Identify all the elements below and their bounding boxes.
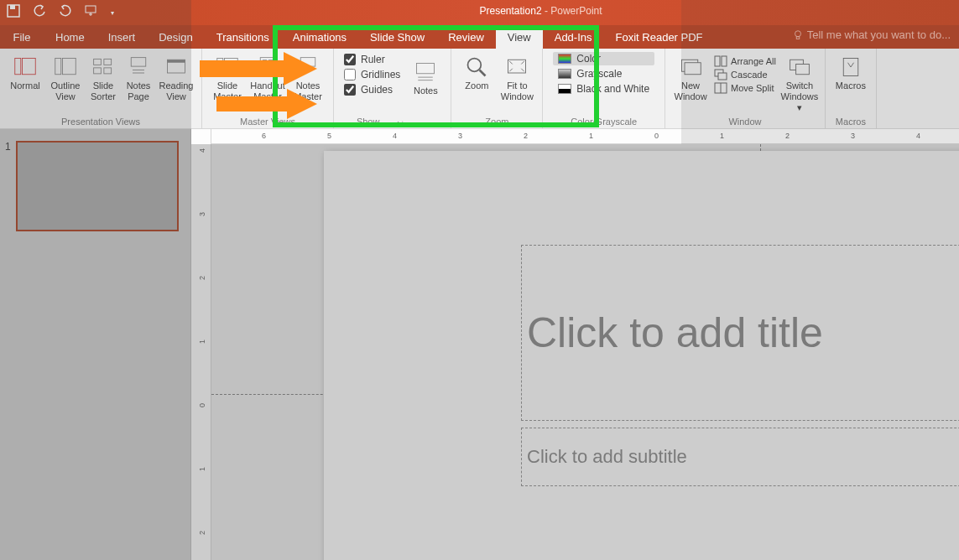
qat-customize-icon[interactable]: ▾ bbox=[111, 9, 114, 17]
titlebar: ▾ Presentation2 - PowerPoint bbox=[0, 0, 959, 25]
tab-addins[interactable]: Add-Ins bbox=[543, 25, 604, 49]
slide-master-button[interactable]: Slide Master bbox=[207, 52, 248, 102]
grayscale-button[interactable]: Grayscale bbox=[553, 67, 654, 80]
notes-page-button[interactable]: Notes Page bbox=[121, 52, 156, 102]
quick-access-toolbar: ▾ bbox=[0, 4, 114, 21]
svg-point-28 bbox=[468, 59, 482, 72]
macros-button[interactable]: Macros bbox=[831, 52, 871, 91]
svg-rect-17 bbox=[168, 60, 185, 63]
reading-view-button[interactable]: Reading View bbox=[156, 52, 196, 102]
outline-view-button[interactable]: Outline View bbox=[45, 52, 86, 102]
svg-rect-33 bbox=[715, 56, 720, 66]
svg-rect-6 bbox=[23, 59, 36, 75]
svg-rect-2 bbox=[86, 6, 96, 13]
thumbnail-slide-1[interactable]: 1 bbox=[0, 141, 190, 231]
lightbulb-icon bbox=[792, 29, 804, 41]
ribbon-tabs: File Home Insert Design Transitions Anim… bbox=[0, 25, 959, 49]
tab-insert[interactable]: Insert bbox=[96, 25, 148, 49]
redo-icon[interactable] bbox=[59, 4, 72, 21]
subtitle-placeholder[interactable]: Click to add subtitle bbox=[521, 428, 959, 486]
svg-rect-19 bbox=[225, 59, 238, 75]
tab-review[interactable]: Review bbox=[436, 25, 496, 49]
new-window-button[interactable]: New Window bbox=[670, 52, 711, 113]
tell-me-search[interactable]: Tell me what you want to do... bbox=[792, 29, 951, 41]
slide-editor: 43210123 654321012345 Click to add title… bbox=[191, 129, 959, 560]
group-show: Ruler Gridlines Guides Show⇲ Notes bbox=[334, 49, 451, 128]
move-split-button[interactable]: Move Split bbox=[714, 82, 776, 94]
guides-checkbox[interactable]: Guides bbox=[344, 84, 400, 96]
svg-rect-40 bbox=[796, 65, 810, 75]
undo-icon[interactable] bbox=[33, 4, 46, 21]
tab-foxit[interactable]: Foxit Reader PDF bbox=[604, 25, 715, 49]
tab-transitions[interactable]: Transitions bbox=[205, 25, 281, 49]
black-white-button[interactable]: Black and White bbox=[553, 82, 654, 96]
svg-line-29 bbox=[480, 70, 486, 76]
save-icon[interactable] bbox=[7, 4, 20, 21]
group-macros: Macros Macros bbox=[826, 49, 877, 128]
svg-rect-8 bbox=[63, 59, 76, 75]
group-master-views: Slide Master Handout Master Notes Master… bbox=[202, 49, 334, 128]
fit-to-window-button[interactable]: Fit to Window bbox=[497, 52, 537, 102]
tab-home[interactable]: Home bbox=[44, 25, 96, 49]
show-launcher-icon[interactable]: ⇲ bbox=[397, 120, 405, 128]
arrange-all-button[interactable]: Arrange All bbox=[714, 55, 776, 67]
workarea: 1 43210123 654321012345 Click to add tit… bbox=[0, 129, 959, 560]
svg-rect-4 bbox=[796, 36, 800, 39]
handout-master-button[interactable]: Handout Master bbox=[248, 52, 288, 102]
color-button[interactable]: Color bbox=[553, 52, 654, 65]
slide-thumbnails-pane[interactable]: 1 bbox=[0, 129, 191, 560]
horizontal-ruler: 654321012345 bbox=[211, 129, 959, 144]
app-name: PowerPoint bbox=[550, 5, 602, 17]
svg-rect-7 bbox=[55, 59, 61, 75]
normal-view-button[interactable]: Normal bbox=[5, 52, 45, 102]
group-presentation-views: Normal Outline View Slide Sorter Notes P… bbox=[0, 49, 202, 128]
svg-rect-5 bbox=[15, 59, 21, 75]
tab-view[interactable]: View bbox=[496, 25, 543, 49]
switch-windows-button[interactable]: Switch Windows ▾ bbox=[779, 52, 820, 113]
svg-rect-18 bbox=[217, 59, 223, 75]
svg-rect-22 bbox=[268, 60, 273, 63]
gridlines-checkbox[interactable]: Gridlines bbox=[344, 69, 400, 80]
cascade-button[interactable]: Cascade bbox=[714, 69, 776, 80]
slide-sorter-button[interactable]: Slide Sorter bbox=[86, 52, 121, 102]
svg-rect-1 bbox=[10, 5, 15, 9]
notes-master-button[interactable]: Notes Master bbox=[288, 52, 328, 102]
notes-button[interactable]: Notes bbox=[405, 52, 446, 128]
svg-rect-10 bbox=[104, 59, 112, 65]
svg-point-3 bbox=[795, 30, 800, 36]
tab-design[interactable]: Design bbox=[147, 25, 204, 49]
document-title: Presentation2 bbox=[480, 5, 542, 17]
zoom-button[interactable]: Zoom bbox=[456, 52, 497, 102]
ruler-checkbox[interactable]: Ruler bbox=[344, 54, 400, 65]
svg-rect-11 bbox=[94, 68, 102, 74]
svg-rect-12 bbox=[104, 68, 112, 74]
vertical-ruler: 43210123 bbox=[191, 129, 211, 560]
group-zoom: Zoom Fit to Window Zoom bbox=[451, 49, 543, 128]
start-from-beginning-icon[interactable] bbox=[85, 4, 98, 21]
slide[interactable]: Click to add title Click to add subtitle bbox=[324, 151, 959, 560]
group-window: New Window Arrange All Cascade Move Spli… bbox=[665, 49, 826, 128]
ribbon: Normal Outline View Slide Sorter Notes P… bbox=[0, 49, 959, 129]
svg-rect-34 bbox=[722, 56, 727, 66]
svg-rect-36 bbox=[718, 73, 727, 80]
tab-slideshow[interactable]: Slide Show bbox=[358, 25, 436, 49]
tab-file[interactable]: File bbox=[0, 25, 44, 49]
tab-animations[interactable]: Animations bbox=[281, 25, 358, 49]
group-color-grayscale: Color Grayscale Black and White Color/Gr… bbox=[543, 49, 665, 128]
title-placeholder[interactable]: Click to add title bbox=[521, 245, 959, 421]
svg-rect-9 bbox=[94, 59, 102, 65]
svg-rect-23 bbox=[300, 58, 315, 67]
svg-rect-21 bbox=[263, 60, 267, 63]
svg-rect-32 bbox=[685, 63, 701, 75]
svg-rect-30 bbox=[508, 60, 526, 73]
svg-rect-13 bbox=[131, 58, 146, 67]
svg-rect-25 bbox=[417, 64, 435, 74]
canvas[interactable]: Click to add title Click to add subtitle bbox=[211, 144, 959, 560]
